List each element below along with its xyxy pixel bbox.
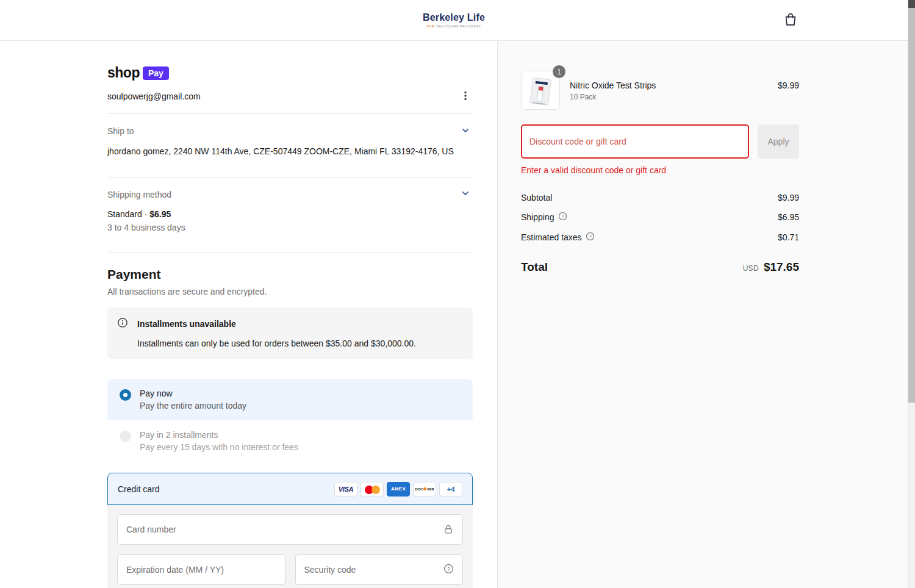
card-brand-icons: VISA AMEX DISCVER +4 <box>334 482 462 497</box>
card-number-field-wrap <box>117 514 463 545</box>
shipping-method-label: Shipping method <box>107 190 171 199</box>
product-thumbnail-wrap: 1 <box>521 71 560 110</box>
shipping-eta: 3 to 4 business days <box>107 223 473 232</box>
total-amount-wrap: USD $17.65 <box>743 260 799 274</box>
chevron-down-icon <box>461 126 470 137</box>
pay-installments-label: Pay in 2 installments <box>140 430 298 440</box>
shipping-method-expand-button[interactable] <box>458 187 473 202</box>
credit-card-header[interactable]: Credit card VISA AMEX DISCVER +4 <box>107 473 473 505</box>
product-price: $9.99 <box>778 71 799 90</box>
product-name: Nitric Oxide Test Strips <box>570 81 768 90</box>
expiry-security-row: ? <box>117 554 463 585</box>
discount-field-wrap <box>521 124 749 159</box>
svg-text:?: ? <box>447 566 450 572</box>
total-row: Total USD $17.65 <box>521 260 799 274</box>
shopping-bag-icon <box>783 12 798 29</box>
ship-to-section: Ship to jhordano gomez, 2240 NW 114th Av… <box>107 114 473 167</box>
kebab-menu-icon <box>460 90 471 103</box>
shop-pay-badge: Pay <box>143 66 169 80</box>
svg-text:?: ? <box>589 234 591 239</box>
question-icon: ? <box>586 232 595 243</box>
ship-to-header: Ship to <box>107 124 473 138</box>
security-code-field-wrap: ? <box>295 554 464 585</box>
lock-icon <box>443 524 454 535</box>
installments-notice: Installments unavailable Installments ca… <box>107 307 473 360</box>
visa-icon: VISA <box>334 482 357 497</box>
page-scrollbar[interactable] <box>908 0 915 588</box>
radio-selected-icon[interactable] <box>120 389 131 401</box>
shipping-value: $6.95 <box>778 212 799 222</box>
taxes-value: $0.71 <box>778 232 799 242</box>
apply-discount-button[interactable]: Apply <box>758 124 799 159</box>
shipping-method-price: $6.95 <box>149 209 171 219</box>
pay-now-option[interactable]: Pay now Pay the entire amount today <box>107 379 473 420</box>
subtotal-value: $9.99 <box>778 193 799 203</box>
pay-installments-description: Pay every 15 days with no interest or fe… <box>140 442 298 452</box>
divider <box>107 252 473 253</box>
discount-code-input[interactable] <box>529 137 741 146</box>
taxes-help-button[interactable]: ? <box>586 232 595 243</box>
credit-card-section: Credit card VISA AMEX DISCVER +4 <box>107 473 473 588</box>
mastercard-icon <box>361 482 384 497</box>
pay-installments-option[interactable]: Pay in 2 installments Pay every 15 days … <box>107 420 473 462</box>
account-email: soulpowerjg@gmail.com <box>107 91 201 101</box>
discount-row: Apply <box>521 124 799 159</box>
info-icon <box>117 317 137 331</box>
line-item: 1 Nitric Oxide Test Strips 10 Pack $9.99 <box>521 71 799 110</box>
shipping-help-button[interactable]: ? <box>558 212 567 223</box>
payment-subtitle: All transactions are secure and encrypte… <box>107 287 473 296</box>
security-code-help-button[interactable]: ? <box>443 564 454 576</box>
ship-to-expand-button[interactable] <box>458 124 473 138</box>
store-name: Berkeley Life <box>423 12 485 23</box>
shipping-method-selected: Standard · $6.95 <box>107 209 473 219</box>
shipping-label-wrap: Shipping ? <box>521 212 567 223</box>
shop-wordmark: shop <box>107 65 140 81</box>
scrollbar-thumb[interactable] <box>908 8 915 403</box>
pay-now-text: Pay now Pay the entire amount today <box>140 389 246 411</box>
expiration-input[interactable] <box>126 565 276 575</box>
question-icon: ? <box>558 212 567 223</box>
account-row: soulpowerjg@gmail.com <box>107 89 473 104</box>
cost-summary: Subtotal $9.99 Shipping ? <box>521 193 799 243</box>
subtotal-label: Subtotal <box>521 193 552 203</box>
discount-error-message: Enter a valid discount code or gift card <box>521 165 799 175</box>
checkout-column: shop Pay soulpowerjg@gmail.com Ship to <box>0 41 498 588</box>
product-image <box>521 71 560 110</box>
card-number-input[interactable] <box>126 525 443 534</box>
taxes-label: Estimated taxes <box>521 232 582 242</box>
taxes-row: Estimated taxes ? $0.71 <box>521 232 799 243</box>
account-menu-button[interactable] <box>458 89 473 104</box>
installments-notice-body: Installments can only be used for orders… <box>137 338 463 350</box>
installments-notice-title: Installments unavailable <box>137 319 463 329</box>
store-logo[interactable]: Berkeley Life FOR HEALTHCARE PROVIDERS <box>423 12 485 28</box>
payment-heading: Payment <box>107 267 473 282</box>
scrollbar-cap[interactable] <box>908 0 915 8</box>
currency-code: USD <box>743 264 759 273</box>
security-code-input[interactable] <box>304 565 444 575</box>
pay-now-label: Pay now <box>140 389 246 398</box>
total-value: $17.65 <box>764 260 799 274</box>
ship-to-label: Ship to <box>107 126 134 136</box>
product-variant: 10 Pack <box>570 93 768 101</box>
radio-unselected-icon[interactable] <box>120 431 131 442</box>
discover-icon: DISCVER <box>413 482 436 497</box>
quantity-badge: 1 <box>553 65 565 78</box>
subtotal-row: Subtotal $9.99 <box>521 193 799 203</box>
shipping-method-header: Shipping method <box>107 187 473 202</box>
main-content: shop Pay soulpowerjg@gmail.com Ship to <box>0 41 908 588</box>
header: Berkeley Life FOR HEALTHCARE PROVIDERS <box>0 0 908 41</box>
chevron-down-icon <box>461 188 470 200</box>
expiration-field-wrap <box>117 554 285 585</box>
shipping-method-section: Shipping method Standard · $6.95 3 to 4 <box>107 177 473 242</box>
shipping-row: Shipping ? $6.95 <box>521 212 799 223</box>
pay-now-description: Pay the entire amount today <box>140 401 246 411</box>
question-icon: ? <box>443 564 454 576</box>
taxes-label-wrap: Estimated taxes ? <box>521 232 595 243</box>
shipping-address: jhordano gomez, 2240 NW 114th Ave, CZE-5… <box>107 146 473 157</box>
shipping-label: Shipping <box>521 212 554 222</box>
svg-text:?: ? <box>561 213 564 219</box>
cart-button[interactable] <box>782 12 799 29</box>
product-info: Nitric Oxide Test Strips 10 Pack <box>570 71 768 101</box>
checkout-page: Berkeley Life FOR HEALTHCARE PROVIDERS s… <box>0 0 915 588</box>
credit-card-form: ? Name on card jhordano gomez ✕ <box>107 504 473 588</box>
